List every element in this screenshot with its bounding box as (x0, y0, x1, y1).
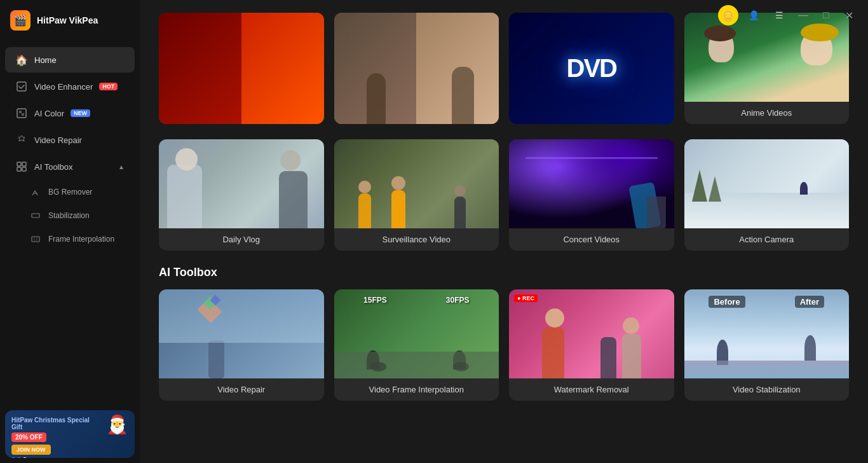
svg-rect-9 (32, 237, 39, 242)
fps-labels: 15FPS 30FPS (334, 296, 499, 305)
card-video-stabilization[interactable]: Before After Video Stabilization (684, 289, 850, 401)
hot-badge: HOT (99, 83, 118, 90)
card-video-frame-interpolation[interactable]: 15FPS 30FPS Video Frame Interpolation (334, 289, 499, 401)
svg-rect-8 (32, 214, 39, 218)
main-content: Adult Movies Old Home Movies DVD (140, 0, 868, 463)
thumb-concert-videos (509, 139, 674, 228)
bg-remover-label: BG Remover (48, 188, 92, 197)
card-label-surveillance-video: Surveillance Video (334, 228, 499, 251)
sidebar-item-home[interactable]: 🏠 Home (5, 47, 135, 73)
promo-dot-2 (17, 457, 21, 458)
app-name: HitPaw VikPea (37, 15, 98, 25)
fps-label-15: 15FPS (363, 296, 387, 305)
stabilization-icon (29, 209, 42, 222)
promo-dots (11, 457, 128, 458)
card-label-daily-vlog: Daily Vlog (159, 228, 324, 251)
card-daily-vlog[interactable]: Daily Vlog (159, 139, 324, 251)
video-types-grid-2: Daily Vlog Surveillance Video (159, 139, 849, 251)
thumb-dvd-videos: DVD (509, 13, 674, 124)
promo-banner[interactable]: HitPaw Christmas Special Gift 20% OFF JO… (5, 410, 135, 458)
expand-icon: ▲ (118, 163, 125, 170)
frame-interpolation-label: Frame Interpolation (48, 235, 114, 244)
svg-rect-3 (22, 113, 24, 116)
enhance-icon (15, 80, 28, 93)
app-header: 🎬 HitPaw VikPea (0, 0, 140, 41)
card-label-video-stabilization: Video Stabilization (684, 378, 850, 401)
sidebar-item-ai-color[interactable]: AI Color NEW (5, 100, 135, 126)
card-label-video-frame-interpolation: Video Frame Interpolation (334, 378, 499, 401)
user-icon[interactable]: 👤 (743, 5, 764, 25)
card-label-anime-videos: Anime Videos (684, 102, 850, 124)
before-after-labels: Before After (684, 296, 850, 308)
card-adult-movies[interactable]: Adult Movies (159, 13, 324, 124)
maximize-button[interactable]: □ (817, 6, 835, 24)
toolbox-icon (15, 160, 28, 173)
app-logo: 🎬 (10, 10, 31, 31)
card-label-concert-videos: Concert Videos (509, 228, 674, 251)
promo-dot-1 (11, 457, 15, 458)
dvd-logo-text: DVD (567, 54, 616, 83)
fps-label-30: 30FPS (446, 296, 470, 305)
thumb-video-stabilization: Before After (684, 289, 850, 378)
thumb-action-camera (684, 139, 850, 228)
ai-toolbox-subnav: BG Remover Stabilization (0, 181, 140, 251)
promo-join[interactable]: JOIN NOW (11, 445, 51, 455)
card-label-watermark-removal: Watermark Removal (509, 378, 674, 401)
card-label-action-camera: Action Camera (684, 228, 850, 251)
close-button[interactable]: ✕ (840, 6, 858, 24)
video-repair-label: Video Repair (34, 135, 82, 145)
home-icon: 🏠 (15, 53, 28, 66)
svg-rect-0 (17, 82, 26, 91)
sidebar-item-ai-toolbox[interactable]: AI Toolbox ▲ (5, 154, 135, 179)
thumb-surveillance-video (334, 139, 499, 228)
sidebar-item-stabilization[interactable]: Stabilization (10, 204, 135, 227)
card-concert-videos[interactable]: Concert Videos (509, 139, 674, 251)
ai-color-label: AI Color (34, 109, 64, 118)
ai-toolbox-section-title: AI Toolbox (159, 266, 849, 279)
home-label: Home (34, 55, 57, 65)
card-label-video-repair: Video Repair (159, 378, 324, 401)
thumb-video-frame-interpolation: 15FPS 30FPS (334, 289, 499, 378)
before-label: Before (709, 296, 745, 308)
thumb-old-home-movies (334, 13, 499, 124)
card-surveillance-video[interactable]: Surveillance Video (334, 139, 499, 251)
promo-title: HitPaw Christmas Special Gift (11, 417, 101, 431)
svg-rect-6 (17, 167, 21, 171)
sidebar-item-video-repair[interactable]: Video Repair (5, 127, 135, 153)
sidebar: 🎬 HitPaw VikPea 🏠 Home Video Enhancer HO… (0, 0, 140, 463)
card-old-home-movies[interactable]: Old Home Movies (334, 13, 499, 124)
bg-remover-icon (29, 186, 42, 198)
video-enhancer-label: Video Enhancer (34, 82, 93, 92)
thumb-watermark-removal: ● REC (509, 289, 674, 378)
menu-icon[interactable]: ☰ (769, 5, 789, 25)
frame-interp-icon (29, 233, 42, 245)
promo-discount: 20% OFF (11, 432, 46, 442)
card-dvd-videos[interactable]: DVD DVD Videos (509, 13, 674, 124)
new-badge: NEW (71, 109, 90, 117)
after-label: After (795, 296, 824, 308)
card-action-camera[interactable]: Action Camera (684, 139, 850, 251)
thumb-video-repair (159, 289, 324, 378)
promo-dot-3 (23, 457, 27, 458)
title-bar: 🪙 👤 ☰ — □ ✕ (708, 0, 868, 31)
svg-rect-2 (19, 111, 22, 113)
svg-rect-5 (22, 162, 26, 166)
sidebar-nav: 🏠 Home Video Enhancer HOT (0, 41, 140, 405)
card-watermark-removal[interactable]: ● REC Watermark Removal (509, 289, 674, 401)
card-video-repair[interactable]: Video Repair (159, 289, 324, 401)
ai-toolbox-label: AI Toolbox (34, 162, 72, 172)
thumb-daily-vlog (159, 139, 324, 228)
sidebar-item-video-enhancer[interactable]: Video Enhancer HOT (5, 74, 135, 99)
stabilization-label: Stabilization (48, 211, 90, 220)
svg-rect-4 (17, 162, 21, 166)
svg-rect-7 (22, 167, 26, 171)
sidebar-item-frame-interpolation[interactable]: Frame Interpolation (10, 228, 135, 251)
minimize-button[interactable]: — (794, 6, 812, 24)
sidebar-item-bg-remover[interactable]: BG Remover (10, 181, 135, 204)
color-icon (15, 107, 28, 120)
coins-icon[interactable]: 🪙 (718, 5, 738, 25)
rec-indicator: ● REC (514, 294, 538, 302)
ai-toolbox-grid: Video Repair 15FPS 30FPS Video Frame Int… (159, 289, 849, 401)
repair-icon (15, 134, 28, 146)
thumb-adult-movies (159, 13, 324, 124)
